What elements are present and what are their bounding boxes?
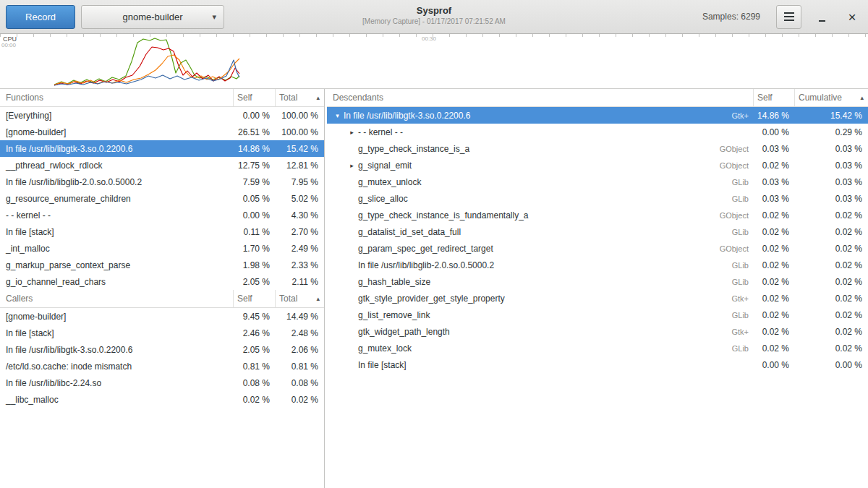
functions-table: Functions Self Total ▴ [Everything]0.00 … bbox=[0, 89, 324, 290]
column-header-self[interactable]: Self bbox=[233, 89, 275, 106]
descendants-row[interactable]: g_type_check_instance_is_aGObject0.03 %0… bbox=[327, 140, 868, 157]
self-percent: 1.98 % bbox=[233, 260, 275, 270]
column-header-functions[interactable]: Functions bbox=[0, 89, 233, 106]
functions-table-body: [Everything]0.00 %100.00 %[gnome-builder… bbox=[0, 107, 324, 290]
column-header-cumulative[interactable]: Cumulative ▴ bbox=[794, 89, 868, 106]
function-name: In file [stack] bbox=[358, 360, 407, 370]
descendants-row[interactable]: g_datalist_id_set_data_fullGLib0.02 %0.0… bbox=[327, 223, 868, 240]
descendants-row[interactable]: g_param_spec_get_redirect_targetGObject0… bbox=[327, 240, 868, 257]
function-name-cell: In file [stack] bbox=[327, 360, 753, 370]
expander-collapsed-icon[interactable]: ▸ bbox=[346, 162, 358, 169]
minimize-button[interactable] bbox=[812, 6, 832, 27]
functions-row[interactable]: g_resource_enumerate_children0.05 %5.02 … bbox=[0, 190, 324, 207]
self-percent: 0.02 % bbox=[753, 343, 794, 354]
cumulative-percent: 0.02 % bbox=[794, 343, 868, 354]
functions-row[interactable]: In file /usr/lib/libglib-2.0.so.0.5000.2… bbox=[0, 174, 324, 190]
expander-expanded-icon[interactable]: ▾ bbox=[331, 112, 344, 119]
functions-row[interactable]: g_markup_parse_context_parse1.98 %2.33 % bbox=[0, 257, 324, 273]
cumulative-percent: 0.00 % bbox=[794, 360, 868, 370]
library-label: Gtk+ bbox=[731, 111, 753, 120]
self-percent: 0.02 % bbox=[753, 294, 794, 304]
total-percent: 0.02 % bbox=[275, 395, 324, 405]
descendants-row[interactable]: g_type_check_instance_is_fundamentally_a… bbox=[327, 207, 868, 223]
cpu-graph[interactable]: CPU 00:00 00:30 bbox=[0, 34, 868, 89]
column-header-self[interactable]: Self bbox=[753, 89, 794, 106]
descendants-row[interactable]: g_list_remove_linkGLib0.02 %0.02 % bbox=[327, 307, 868, 323]
functions-row[interactable]: - - kernel - -0.00 %4.30 % bbox=[0, 207, 324, 223]
column-header-callers[interactable]: Callers bbox=[0, 290, 233, 307]
column-header-self[interactable]: Self bbox=[233, 290, 275, 307]
minimize-icon bbox=[819, 20, 825, 22]
function-name: g_datalist_id_set_data_full bbox=[358, 227, 461, 237]
cumulative-percent: 0.02 % bbox=[794, 244, 868, 254]
descendants-row[interactable]: g_mutex_unlockGLib0.03 %0.03 % bbox=[327, 174, 868, 190]
functions-row[interactable]: In file /usr/lib/libgtk-3.so.0.2200.614.… bbox=[0, 140, 324, 157]
capture-subtitle: [Memory Capture] - 01/17/2017 07:21:52 A… bbox=[362, 17, 506, 25]
function-name-cell: g_type_check_instance_is_fundamentally_a… bbox=[327, 210, 753, 221]
callers-row[interactable]: __libc_malloc0.02 %0.02 % bbox=[0, 391, 324, 408]
callers-row[interactable]: /etc/ld.so.cache: inode mismatch0.81 %0.… bbox=[0, 358, 324, 374]
expander-collapsed-icon[interactable]: ▸ bbox=[346, 129, 358, 136]
descendants-row[interactable]: gtk_widget_path_lengthGtk+0.02 %0.02 % bbox=[327, 323, 868, 340]
self-percent: 0.02 % bbox=[753, 310, 794, 320]
right-pane: Descendants Self Cumulative ▴ ▾In file /… bbox=[325, 89, 868, 488]
self-percent: 0.05 % bbox=[233, 194, 275, 204]
column-header-cumulative-label: Cumulative bbox=[799, 93, 842, 103]
column-header-total[interactable]: Total ▴ bbox=[275, 290, 324, 307]
self-percent: 7.59 % bbox=[233, 177, 275, 187]
total-percent: 12.81 % bbox=[275, 160, 324, 171]
functions-row[interactable]: _int_malloc1.70 %2.49 % bbox=[0, 240, 324, 257]
library-label: GLib bbox=[732, 228, 753, 236]
callers-row[interactable]: In file /usr/lib/libgtk-3.so.0.2200.62.0… bbox=[0, 341, 324, 358]
left-pane: Functions Self Total ▴ [Everything]0.00 … bbox=[0, 89, 325, 488]
descendants-row[interactable]: In file [stack]0.00 %0.00 % bbox=[327, 356, 868, 373]
chevron-down-icon: ▾ bbox=[212, 12, 216, 22]
descendants-row[interactable]: g_slice_allocGLib0.03 %0.03 % bbox=[327, 190, 868, 207]
function-name: In file /usr/lib/libglib-2.0.so.0.5000.2 bbox=[358, 260, 494, 270]
total-percent: 15.42 % bbox=[275, 144, 324, 154]
functions-row[interactable]: g_io_channel_read_chars2.05 %2.11 % bbox=[0, 273, 324, 290]
descendants-row[interactable]: In file /usr/lib/libglib-2.0.so.0.5000.2… bbox=[327, 257, 868, 273]
app-title: Sysprof bbox=[362, 4, 506, 17]
record-button[interactable]: Record bbox=[6, 5, 75, 29]
cpu-line-green bbox=[54, 38, 239, 85]
self-percent: 0.02 % bbox=[233, 395, 275, 405]
total-percent: 2.70 % bbox=[275, 227, 324, 237]
descendants-row[interactable]: g_mutex_lockGLib0.02 %0.02 % bbox=[327, 340, 868, 356]
functions-row[interactable]: [Everything]0.00 %100.00 % bbox=[0, 107, 324, 124]
function-name: - - kernel - - bbox=[358, 127, 403, 137]
functions-row[interactable]: [gnome-builder]26.51 %100.00 % bbox=[0, 124, 324, 140]
descendants-row[interactable]: ▸g_signal_emitGObject0.02 %0.03 % bbox=[327, 157, 868, 174]
library-label: GObject bbox=[720, 211, 753, 220]
function-name-cell: ▸- - kernel - - bbox=[327, 127, 753, 137]
column-header-total-label: Total bbox=[279, 294, 297, 304]
process-selector-dropdown[interactable]: gnome-builder ▾ bbox=[81, 5, 224, 29]
close-button[interactable]: × bbox=[842, 6, 862, 27]
callers-row[interactable]: In file /usr/lib/libc-2.24.so0.08 %0.08 … bbox=[0, 374, 324, 391]
samples-count: Samples: 6299 bbox=[702, 12, 770, 22]
column-header-total[interactable]: Total ▴ bbox=[275, 89, 324, 106]
library-label: GLib bbox=[732, 344, 753, 353]
process-selector-label: gnome-builder bbox=[122, 12, 182, 22]
descendants-row[interactable]: ▾In file /usr/lib/libgtk-3.so.0.2200.6Gt… bbox=[327, 107, 868, 124]
functions-table-header: Functions Self Total ▴ bbox=[0, 89, 324, 107]
callers-row[interactable]: [gnome-builder]9.45 %14.49 % bbox=[0, 308, 324, 325]
functions-row[interactable]: In file [stack]0.11 %2.70 % bbox=[0, 223, 324, 240]
self-percent: 0.03 % bbox=[753, 194, 794, 204]
total-percent: 5.02 % bbox=[275, 194, 324, 204]
function-name: - - kernel - - bbox=[0, 210, 233, 221]
time-label-mid: 00:30 bbox=[422, 35, 436, 42]
function-name: [gnome-builder] bbox=[0, 312, 233, 322]
callers-row[interactable]: In file [stack]2.46 %2.48 % bbox=[0, 325, 324, 341]
descendants-row[interactable]: ▸- - kernel - -0.00 %0.29 % bbox=[327, 124, 868, 140]
self-percent: 0.02 % bbox=[753, 160, 794, 171]
descendants-row[interactable]: gtk_style_provider_get_style_propertyGtk… bbox=[327, 290, 868, 307]
functions-row[interactable]: __pthread_rwlock_rdlock12.75 %12.81 % bbox=[0, 157, 324, 174]
menu-button[interactable] bbox=[776, 5, 801, 29]
self-percent: 0.11 % bbox=[233, 227, 275, 237]
descendants-row[interactable]: g_hash_table_sizeGLib0.02 %0.02 % bbox=[327, 273, 868, 290]
time-label-start: 00:00 bbox=[1, 42, 16, 48]
callers-table: Callers Self Total ▴ [gnome-builder]9.45… bbox=[0, 290, 324, 408]
column-header-descendants[interactable]: Descendants bbox=[327, 89, 753, 106]
callers-table-header: Callers Self Total ▴ bbox=[0, 290, 324, 308]
